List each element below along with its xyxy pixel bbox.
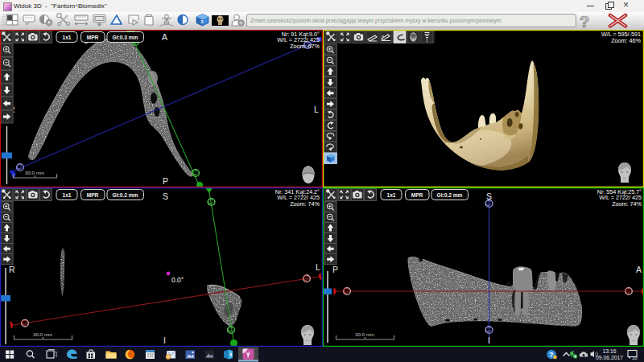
svg-text:30.0 mm: 30.0 mm: [33, 331, 52, 337]
svg-text:S: S: [486, 191, 492, 201]
svg-text:MPR: MPR: [87, 35, 99, 40]
svg-text:1x1: 1x1: [386, 192, 395, 198]
svg-text:10: 10: [632, 356, 638, 360]
svg-text:L: L: [314, 105, 319, 114]
svg-text:09.06.2017: 09.06.2017: [596, 355, 623, 360]
svg-text:P: P: [332, 265, 338, 274]
svg-text:L: L: [316, 262, 320, 272]
svg-text:13:16: 13:16: [602, 348, 616, 354]
svg-text:MPR: MPR: [411, 192, 423, 198]
svg-text:?: ?: [549, 351, 554, 359]
svg-text:1x1: 1x1: [62, 35, 71, 40]
svg-text:R: R: [9, 265, 15, 274]
svg-text:Zoom: 74%: Zoom: 74%: [290, 200, 320, 208]
svg-text:Zoom: 74%: Zoom: 74%: [612, 200, 642, 208]
svg-text:Gł:0.2 mm: Gł:0.2 mm: [113, 192, 138, 198]
svg-text:30.0 mm: 30.0 mm: [355, 331, 374, 337]
svg-text:0.0°: 0.0°: [171, 276, 184, 284]
svg-text:?: ?: [580, 13, 589, 30]
svg-text:I: I: [163, 335, 166, 345]
svg-text:Gł:0.3 mm: Gł:0.3 mm: [113, 35, 138, 40]
svg-text:S: S: [163, 191, 168, 201]
svg-text:Zoom: 46%: Zoom: 46%: [611, 37, 641, 44]
svg-text:1x1: 1x1: [62, 192, 71, 198]
svg-text:Zoom: 67%: Zoom: 67%: [290, 43, 320, 50]
svg-text:MPR: MPR: [87, 192, 99, 198]
svg-text:Gł:0.2 mm: Gł:0.2 mm: [437, 192, 463, 198]
svg-text:I: I: [488, 335, 490, 345]
svg-text:A: A: [636, 265, 642, 274]
svg-text:30.0 mm: 30.0 mm: [25, 170, 44, 175]
svg-text:P: P: [163, 176, 168, 186]
svg-text:A: A: [162, 32, 167, 42]
